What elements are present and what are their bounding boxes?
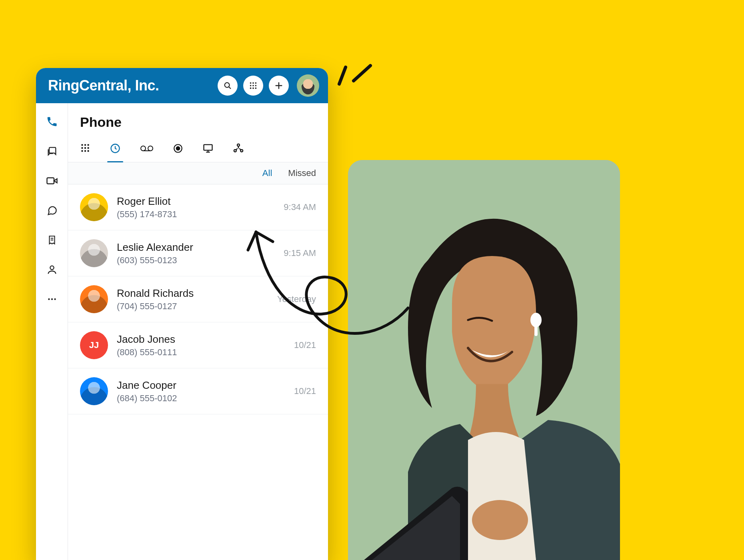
call-name: Jane Cooper (117, 379, 285, 392)
call-avatar (80, 239, 108, 267)
svg-point-24 (84, 147, 86, 149)
call-info: Leslie Alexander(603) 555-0123 (117, 241, 275, 266)
conference-icon (233, 143, 244, 154)
call-row[interactable]: Jane Cooper(684) 555-010210/21 (68, 368, 328, 414)
nav-video[interactable] (44, 173, 60, 189)
call-number: (555) 174-8731 (117, 209, 275, 220)
subtab-recordings[interactable] (173, 139, 183, 158)
call-row[interactable]: Leslie Alexander(603) 555-01239:15 AM (68, 230, 328, 276)
new-button[interactable] (269, 76, 289, 96)
svg-line-46 (354, 66, 370, 81)
call-filters: All Missed (68, 162, 328, 184)
call-time: Yesterday (277, 294, 316, 304)
call-avatar (80, 193, 108, 221)
subtab-conference[interactable] (233, 139, 244, 158)
call-number: (684) 555-0102 (117, 393, 285, 404)
call-row[interactable]: JJJacob Jones(808) 555-011110/21 (68, 322, 328, 368)
svg-point-5 (250, 85, 252, 86)
svg-point-3 (252, 82, 254, 84)
app-header: RingCentral, Inc. (36, 68, 328, 103)
nav-phone[interactable] (44, 114, 60, 130)
call-number: (808) 555-0111 (117, 347, 285, 358)
call-name: Ronald Richards (117, 287, 268, 300)
subtab-hud[interactable] (202, 139, 214, 158)
call-time: 9:34 AM (284, 202, 316, 212)
svg-point-19 (54, 298, 56, 300)
dialpad-icon (80, 143, 90, 154)
search-icon (223, 81, 232, 90)
svg-line-45 (339, 67, 346, 84)
svg-point-21 (84, 144, 86, 146)
call-row[interactable]: Roger Elliot(555) 174-87319:34 AM (68, 184, 328, 230)
app-body: Phone (36, 103, 328, 560)
app-title: RingCentral, Inc. (48, 77, 212, 94)
dialpad-icon (249, 81, 258, 90)
section-title: Phone (68, 103, 328, 139)
ringcentral-app: RingCentral, Inc. (36, 68, 328, 560)
call-time: 10/21 (294, 386, 316, 396)
call-avatar: JJ (80, 331, 108, 359)
subtab-voicemail[interactable] (140, 139, 154, 158)
svg-rect-35 (204, 145, 212, 150)
svg-point-17 (48, 298, 50, 300)
svg-point-9 (252, 88, 254, 89)
contacts-icon (46, 264, 58, 275)
svg-point-31 (148, 146, 153, 151)
phone-pane: Phone (68, 103, 328, 560)
voicemail-icon (140, 144, 154, 153)
dialpad-button[interactable] (243, 76, 263, 96)
call-number: (603) 555-0123 (117, 255, 275, 266)
nav-contacts[interactable] (44, 262, 60, 278)
call-time: 10/21 (294, 340, 316, 350)
messages-icon (46, 146, 58, 157)
nav-more[interactable] (44, 291, 60, 307)
svg-point-10 (255, 88, 257, 89)
call-name: Leslie Alexander (117, 241, 275, 254)
subtab-recent[interactable] (110, 139, 121, 158)
call-info: Roger Elliot(555) 174-8731 (117, 195, 275, 220)
svg-point-25 (87, 147, 89, 149)
call-row[interactable]: Ronald Richards(704) 555-0127Yesterday (68, 276, 328, 322)
svg-point-7 (255, 85, 257, 86)
more-icon (47, 294, 57, 304)
svg-point-6 (252, 85, 254, 86)
call-name: Jacob Jones (117, 333, 285, 346)
filter-all[interactable]: All (262, 168, 272, 178)
call-info: Jane Cooper(684) 555-0102 (117, 379, 285, 404)
svg-point-26 (81, 150, 83, 152)
svg-point-38 (237, 144, 240, 146)
phone-subtabs (68, 139, 328, 162)
call-info: Ronald Richards(704) 555-0127 (117, 287, 268, 312)
svg-point-30 (141, 146, 146, 151)
svg-point-20 (81, 144, 83, 146)
svg-point-18 (51, 298, 52, 300)
svg-rect-13 (47, 178, 54, 184)
video-icon (46, 175, 58, 187)
svg-point-28 (87, 150, 89, 152)
nav-rail (36, 103, 68, 560)
search-button[interactable] (218, 76, 238, 96)
svg-rect-43 (534, 325, 538, 336)
call-info: Jacob Jones(808) 555-0111 (117, 333, 285, 358)
svg-point-16 (50, 266, 54, 270)
nav-chat[interactable] (44, 202, 60, 218)
call-time: 9:15 AM (284, 248, 316, 258)
phone-icon (46, 116, 58, 128)
svg-point-23 (81, 147, 83, 149)
plus-icon (274, 81, 283, 90)
profile-avatar[interactable] (297, 74, 319, 97)
monitor-icon (202, 143, 214, 154)
call-list: Roger Elliot(555) 174-87319:34 AMLeslie … (68, 184, 328, 560)
subtab-dialpad[interactable] (80, 139, 90, 158)
spark-decoration (332, 56, 376, 92)
notes-icon (47, 235, 57, 245)
svg-point-27 (84, 150, 86, 152)
call-name: Roger Elliot (117, 195, 275, 208)
filter-missed[interactable]: Missed (288, 168, 316, 178)
svg-point-2 (250, 82, 252, 84)
nav-messages[interactable] (44, 143, 60, 159)
record-icon (173, 143, 183, 154)
svg-point-22 (87, 144, 89, 146)
nav-notes[interactable] (44, 232, 60, 248)
call-avatar (80, 285, 108, 313)
